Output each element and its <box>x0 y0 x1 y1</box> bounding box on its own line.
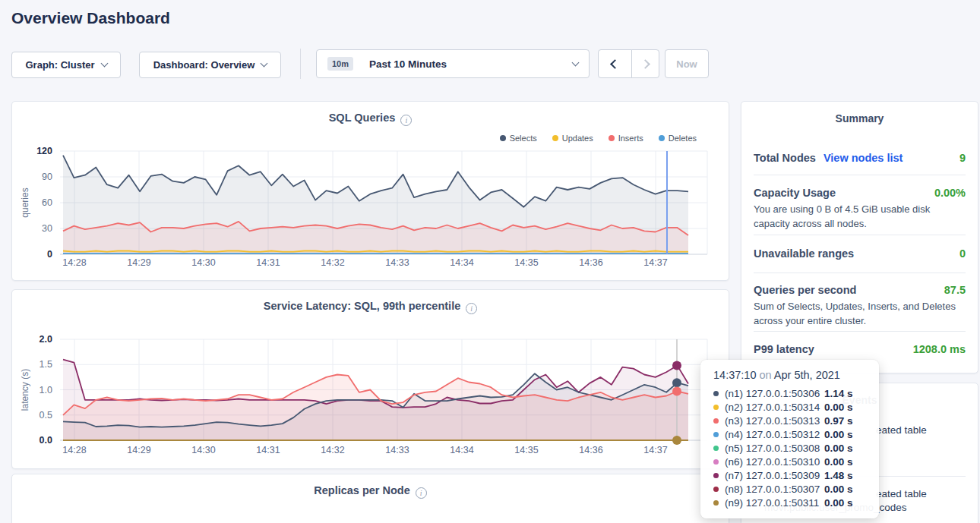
tooltip-on: on <box>759 369 771 381</box>
tooltip-node-label: (n4) 127.0.0.1:50312 <box>725 429 824 440</box>
svg-text:14:30: 14:30 <box>191 445 215 455</box>
svg-text:14:37: 14:37 <box>643 257 667 268</box>
svg-text:14:29: 14:29 <box>127 445 150 455</box>
tooltip-node-value: 0.00 s <box>824 402 853 413</box>
unavailable-ranges-value: 0 <box>959 247 966 260</box>
summary-divider <box>754 331 966 332</box>
tooltip-node-label: (n2) 127.0.0.1:50314 <box>725 402 824 413</box>
tooltip-node-label: (n6) 127.0.0.1:50310 <box>725 456 824 468</box>
svg-text:14:35: 14:35 <box>514 257 538 268</box>
chart-hover-tooltip: 14:37:10 on Apr 5th, 2021 (n1) 127.0.0.1… <box>700 360 879 518</box>
tooltip-node-label: (n7) 127.0.0.1:50309 <box>725 470 824 481</box>
tooltip-row: (n8) 127.0.0.1:503070.00 s <box>713 482 879 496</box>
tooltip-node-value: 0.97 s <box>824 415 853 427</box>
capacity-usage-subtext: You are using 0 B of 4.5 GiB usable disk… <box>754 203 966 232</box>
tooltip-node-label: (n8) 127.0.0.1:50307 <box>725 484 824 495</box>
svg-text:14:30: 14:30 <box>191 257 215 268</box>
tooltip-node-value: 0.00 s <box>824 456 853 468</box>
page-title: Overview Dashboard <box>11 9 170 27</box>
overview-dashboard-page: { "page": { "title": "Overview Dashboard… <box>0 0 980 523</box>
replicas-per-node-title: Replicas per Nodei <box>12 484 729 499</box>
p99-latency-label: P99 latency <box>754 343 814 355</box>
tooltip-row: (n6) 127.0.0.1:503100.00 s <box>713 455 879 468</box>
summary-row-qps: Queries per second 87.5 <box>754 284 966 296</box>
svg-text:14:29: 14:29 <box>127 257 150 268</box>
time-forward-button[interactable] <box>631 49 659 78</box>
tooltip-node-label: (n1) 127.0.0.1:50306 <box>725 388 824 399</box>
svg-text:1.5: 1.5 <box>40 359 52 370</box>
capacity-usage-label: Capacity Usage <box>754 187 836 199</box>
tooltip-node-value: 0.00 s <box>824 497 853 509</box>
now-button[interactable]: Now <box>665 49 709 78</box>
node-color-dot-icon <box>713 391 719 396</box>
graph-dropdown[interactable]: Graph: Cluster <box>11 52 121 78</box>
svg-text:14:33: 14:33 <box>385 445 409 455</box>
svg-text:60: 60 <box>42 197 52 208</box>
node-color-dot-icon <box>713 500 719 506</box>
unavailable-ranges-label: Unavailable ranges <box>754 247 854 260</box>
toolbar-divider <box>300 49 301 79</box>
time-range-label: Past 10 Minutes <box>369 58 447 70</box>
svg-text:0.0: 0.0 <box>40 435 52 446</box>
event-item-fragment: eated table <box>876 488 927 499</box>
time-range-dropdown[interactable]: 10m Past 10 Minutes <box>316 49 590 78</box>
summary-row-unavailable: Unavailable ranges 0 <box>754 247 966 260</box>
svg-text:2.0: 2.0 <box>40 334 52 345</box>
tooltip-node-value: 0.00 s <box>824 429 853 440</box>
svg-text:14:32: 14:32 <box>321 445 344 455</box>
sql-queries-chart[interactable]: 030609012014:2814:2914:3014:3114:3214:33… <box>12 102 730 282</box>
total-nodes-label: Total Nodes <box>754 152 816 164</box>
summary-divider <box>754 235 966 235</box>
tooltip-row: (n7) 127.0.0.1:503091.48 s <box>713 468 879 482</box>
svg-text:14:34: 14:34 <box>450 257 473 268</box>
svg-text:14:32: 14:32 <box>321 257 344 268</box>
dashboard-dropdown[interactable]: Dashboard: Overview <box>139 52 281 78</box>
svg-text:14:36: 14:36 <box>579 257 602 268</box>
node-color-dot-icon <box>713 418 719 424</box>
node-color-dot-icon <box>713 432 719 437</box>
tooltip-row: (n3) 127.0.0.1:503130.97 s <box>713 414 879 427</box>
chevron-right-icon <box>640 59 650 69</box>
chevron-down-icon <box>100 60 108 68</box>
tooltip-date: Apr 5th, 2021 <box>774 369 840 381</box>
summary-divider <box>754 175 966 175</box>
summary-row-capacity: Capacity Usage 0.00% <box>754 187 966 199</box>
capacity-usage-value: 0.00% <box>934 187 966 199</box>
chevron-down-icon <box>572 58 580 66</box>
view-nodes-list-link[interactable]: View nodes list <box>824 152 903 164</box>
tooltip-node-label: (n9) 127.0.0.1:50311 <box>725 497 824 509</box>
svg-text:14:36: 14:36 <box>579 445 602 455</box>
node-color-dot-icon <box>713 473 719 478</box>
svg-text:120: 120 <box>36 146 52 156</box>
summary-row-p99: P99 latency 1208.0 ms <box>754 343 966 355</box>
service-latency-chart[interactable]: 0.00.51.01.52.014:2814:2914:3014:3114:32… <box>12 290 730 470</box>
svg-text:14:28: 14:28 <box>62 445 86 455</box>
tooltip-node-label: (n3) 127.0.0.1:50313 <box>725 415 824 427</box>
svg-text:0.5: 0.5 <box>40 410 52 421</box>
node-color-dot-icon <box>713 446 719 451</box>
summary-title: Summary <box>741 112 978 124</box>
tooltip-row: (n1) 127.0.0.1:503061.14 s <box>713 386 879 400</box>
time-range-badge: 10m <box>327 57 353 71</box>
svg-text:14:28: 14:28 <box>62 257 86 268</box>
queries-per-second-subtext: Sum of Selects, Updates, Inserts, and De… <box>754 300 966 329</box>
time-back-button[interactable] <box>598 49 632 78</box>
node-color-dot-icon <box>713 405 719 410</box>
tooltip-node-value: 1.48 s <box>824 470 853 481</box>
info-icon[interactable]: i <box>416 487 427 499</box>
chevron-down-icon <box>261 60 268 68</box>
sql-queries-card: SQL Queriesi SelectsUpdatesInsertsDelete… <box>11 101 729 281</box>
tooltip-node-value: 1.14 s <box>824 388 853 399</box>
tooltip-row: (n4) 127.0.0.1:503120.00 s <box>713 427 879 441</box>
svg-text:14:31: 14:31 <box>256 445 280 455</box>
svg-text:1.0: 1.0 <box>40 385 52 395</box>
svg-text:14:31: 14:31 <box>256 257 280 268</box>
tooltip-node-label: (n5) 127.0.0.1:50308 <box>725 443 824 454</box>
tooltip-timestamp: 14:37:10 on Apr 5th, 2021 <box>713 369 879 381</box>
graph-dropdown-label: Graph: Cluster <box>25 59 94 71</box>
svg-text:14:34: 14:34 <box>450 445 473 455</box>
tooltip-rows: (n1) 127.0.0.1:503061.14 s(n2) 127.0.0.1… <box>713 386 879 509</box>
svg-text:queries: queries <box>20 187 30 217</box>
svg-text:90: 90 <box>42 172 52 182</box>
tooltip-time: 14:37:10 <box>713 369 756 381</box>
